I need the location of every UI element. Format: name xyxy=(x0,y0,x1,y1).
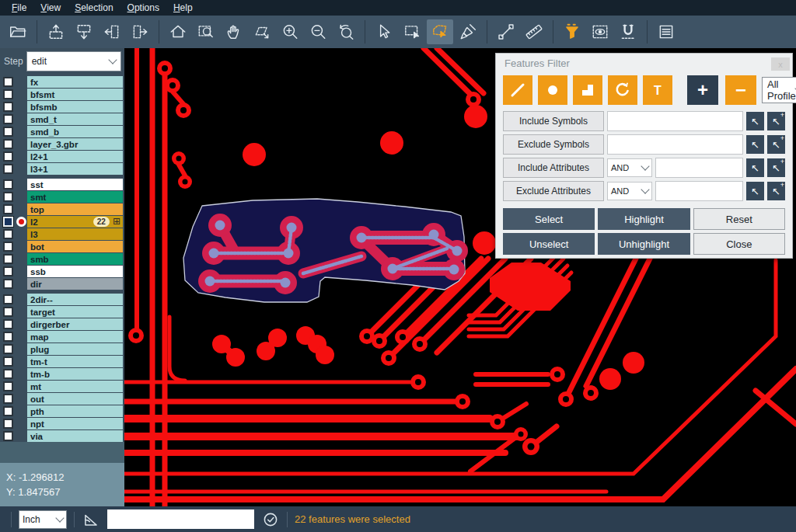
pick-add-symbol-icon[interactable]: ↖+ xyxy=(767,112,785,130)
command-input[interactable] xyxy=(107,509,254,529)
layer-row-bot[interactable]: bot xyxy=(0,241,124,252)
layer-name[interactable]: mt xyxy=(27,381,123,392)
layer-name[interactable]: plug xyxy=(27,343,123,355)
layer-visibility-checkbox[interactable] xyxy=(0,319,16,329)
exclude-symbols-input[interactable] xyxy=(607,134,743,155)
layer-name[interactable]: ssb xyxy=(27,266,123,277)
layer-visibility-checkbox[interactable] xyxy=(0,217,16,227)
select-pointer-icon[interactable] xyxy=(371,19,397,44)
zoom-previous-icon[interactable] xyxy=(333,19,359,44)
include-attributes-button[interactable]: Include Attributes xyxy=(503,158,604,178)
layer-name[interactable]: smt xyxy=(27,191,123,203)
layer-visibility-checkbox[interactable] xyxy=(0,164,16,174)
zoom-out-icon[interactable] xyxy=(305,19,331,44)
clear-brush-icon[interactable] xyxy=(455,19,481,44)
zoom-in-icon[interactable] xyxy=(277,19,303,44)
layer-row-smd_b[interactable]: smd_b xyxy=(0,126,124,137)
layer-name[interactable]: via xyxy=(27,430,123,442)
layer-row-out[interactable]: out xyxy=(0,393,124,405)
exclude-attributes-input[interactable] xyxy=(655,181,743,201)
layer-row-via[interactable]: via xyxy=(0,430,124,442)
layer-row-npt[interactable]: npt xyxy=(0,418,124,429)
layer-name[interactable]: tm-t xyxy=(27,356,123,367)
home-view-icon[interactable] xyxy=(165,19,191,44)
highlight-button[interactable]: Highlight xyxy=(598,208,690,230)
menu-help[interactable]: Help xyxy=(166,1,200,15)
layer-visibility-checkbox[interactable] xyxy=(0,192,16,202)
snap-magnet-icon[interactable] xyxy=(615,19,641,44)
menu-file[interactable]: File xyxy=(5,1,33,15)
layer-name[interactable]: fx xyxy=(27,76,123,88)
layer-row-dir[interactable]: dir xyxy=(0,278,124,290)
layer-name[interactable]: bfsmb xyxy=(27,101,123,113)
layer-row-smd_t[interactable]: smd_t xyxy=(0,113,124,125)
pan-hand-icon[interactable] xyxy=(221,19,247,44)
layer-visibility-checkbox[interactable] xyxy=(0,139,16,149)
filter-add-button[interactable]: + xyxy=(687,75,718,105)
layer-visibility-checkbox[interactable] xyxy=(0,204,16,214)
layer-visibility-checkbox[interactable] xyxy=(0,127,16,137)
include-symbols-button[interactable]: Include Symbols xyxy=(503,111,604,131)
layer-visibility-checkbox[interactable] xyxy=(0,369,16,379)
layer-name[interactable]: smd_t xyxy=(27,113,123,125)
layer-row-dirgerber[interactable]: dirgerber xyxy=(0,318,124,330)
layer-row-tm-b[interactable]: tm-b xyxy=(0,368,124,380)
layer-row-smb[interactable]: smb xyxy=(0,253,124,265)
include-attributes-input[interactable] xyxy=(655,158,743,178)
reset-button[interactable]: Reset xyxy=(693,208,785,230)
layer-visibility-checkbox[interactable] xyxy=(0,102,16,112)
filter-pad-button[interactable] xyxy=(538,75,567,105)
layer-name[interactable]: smd_b xyxy=(27,126,123,137)
view-options-icon[interactable] xyxy=(587,19,613,44)
pick-add-attribute-icon[interactable]: ↖+ xyxy=(767,158,785,177)
layer-row-sst[interactable]: sst xyxy=(0,179,124,190)
layer-visibility-checkbox[interactable] xyxy=(0,394,16,404)
layer-name[interactable]: bfsmt xyxy=(27,89,123,100)
layer-row-bfsmb[interactable]: bfsmb xyxy=(0,101,124,113)
layer-row-fx[interactable]: fx xyxy=(0,76,124,88)
layer-row-bfsmt[interactable]: bfsmt xyxy=(0,89,124,100)
layer-name[interactable]: tm-b xyxy=(27,368,123,380)
layer-name[interactable]: l3+1 xyxy=(27,163,123,175)
measure-distance-icon[interactable] xyxy=(493,19,519,44)
pick-attribute-icon[interactable]: ↖ xyxy=(746,182,764,200)
layer-visibility-checkbox[interactable] xyxy=(0,294,16,304)
layer-table-icon[interactable]: ⊞ xyxy=(113,217,120,227)
pick-symbol-icon[interactable]: ↖ xyxy=(746,112,764,130)
pan-right-icon[interactable] xyxy=(127,19,153,44)
exclude-attributes-button[interactable]: Exclude Attributes xyxy=(503,181,604,201)
select-button[interactable]: Select xyxy=(503,208,595,230)
pick-add-symbol-icon[interactable]: ↖+ xyxy=(767,135,785,154)
layer-name[interactable]: dir xyxy=(27,278,123,290)
close-button[interactable]: Close xyxy=(693,233,785,255)
menu-view[interactable]: View xyxy=(33,1,68,15)
step-combo[interactable]: edit xyxy=(26,51,121,71)
layer-name[interactable]: top xyxy=(27,203,123,215)
menu-options[interactable]: Options xyxy=(120,1,166,15)
units-combo[interactable]: Inch xyxy=(19,510,67,529)
layer-visibility-checkbox[interactable] xyxy=(0,254,16,264)
filter-remove-button[interactable]: − xyxy=(725,75,756,105)
layer-visibility-checkbox[interactable] xyxy=(0,406,16,416)
layer-visibility-checkbox[interactable] xyxy=(0,266,16,276)
features-filter-icon[interactable] xyxy=(559,19,585,44)
include-attributes-operator-combo[interactable]: AND xyxy=(607,158,652,177)
layer-row-pth[interactable]: pth xyxy=(0,405,124,417)
layer-row-ssb[interactable]: ssb xyxy=(0,266,124,277)
menu-selection[interactable]: Selection xyxy=(68,1,120,15)
layer-row-plug[interactable]: plug xyxy=(0,343,124,355)
layer-visibility-checkbox[interactable] xyxy=(0,356,16,367)
layer-name[interactable]: l2+1 xyxy=(27,151,123,162)
layer-name[interactable]: map xyxy=(27,331,123,342)
filter-arc-button[interactable] xyxy=(608,75,637,105)
zoom-window-icon[interactable] xyxy=(193,19,219,44)
pan-left-icon[interactable] xyxy=(99,19,125,44)
layer-name[interactable]: bot xyxy=(27,241,123,252)
layer-row-target[interactable]: target xyxy=(0,306,124,318)
layer-name[interactable]: l3 xyxy=(27,228,123,240)
layer-name[interactable]: npt xyxy=(27,418,123,429)
layer-visibility-checkbox[interactable] xyxy=(0,332,16,342)
layer-visibility-checkbox[interactable] xyxy=(0,151,16,162)
layers-panel-icon[interactable] xyxy=(653,19,679,44)
filter-line-button[interactable] xyxy=(503,75,532,105)
